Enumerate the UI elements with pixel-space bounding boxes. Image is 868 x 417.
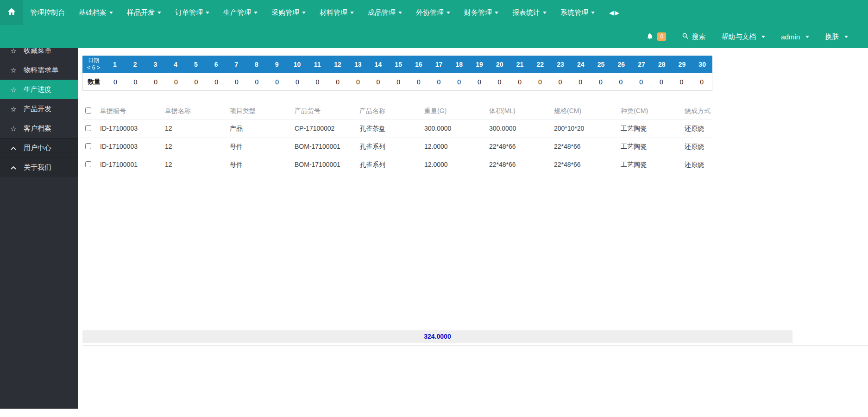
calendar-qty-value: 0	[126, 73, 146, 90]
caret-down-icon	[495, 12, 498, 14]
home-icon	[7, 7, 16, 18]
home-button[interactable]	[0, 0, 23, 25]
column-header: 种类(CM)	[616, 103, 680, 120]
table-empty-area	[82, 174, 793, 330]
calendar-day-header: 25	[591, 56, 611, 73]
main-nav: 管理控制台基础档案样品开发订单管理生产管理采购管理材料管理成品管理外协管理财务管…	[23, 0, 602, 25]
calendar-qty-value: 0	[166, 73, 186, 90]
help-menu[interactable]: 帮助与文档	[713, 25, 773, 48]
calendar-qty-value: 0	[692, 73, 712, 90]
table-row: ID-1710000112母件BOM-17100001孔雀系列12.000022…	[82, 156, 712, 174]
calendar-day-header: 11	[307, 56, 327, 73]
column-header: 单据名称	[160, 103, 225, 120]
calendar-day-header: 18	[449, 56, 469, 73]
nav-item-6[interactable]: 采购管理	[264, 0, 313, 25]
calendar-day-header: 26	[611, 56, 631, 73]
nav-item-2[interactable]: 基础档案	[72, 0, 120, 25]
calendar-qty-value: 0	[429, 73, 449, 90]
nav-item-12[interactable]: 系统管理	[554, 0, 602, 25]
chevron-up-icon	[9, 146, 18, 150]
table-cell: ID-17100003	[95, 120, 160, 138]
skin-menu[interactable]: 换肤	[817, 25, 856, 48]
calendar-day-header: 1	[105, 56, 125, 73]
caret-down-icon	[447, 12, 450, 14]
nav-item-7[interactable]: 材料管理	[313, 0, 361, 25]
nav-item-9[interactable]: 外协管理	[409, 0, 457, 25]
toolbar-row: 0 搜索 帮助与文档 admin 换肤	[0, 25, 868, 48]
caret-down-icon	[254, 12, 258, 14]
nav-item-4[interactable]: 订单管理	[168, 0, 216, 25]
table-cell: 工艺陶瓷	[616, 138, 680, 156]
calendar-next-button[interactable]: >	[97, 64, 100, 72]
select-all-checkbox[interactable]	[85, 107, 91, 114]
row-checkbox[interactable]	[85, 125, 91, 131]
table-cell: 300.0000	[484, 120, 549, 138]
table-cell: 12	[160, 138, 225, 156]
row-checkbox[interactable]	[85, 143, 91, 149]
content-divider	[82, 343, 868, 346]
star-icon: ☆	[9, 86, 18, 93]
sidebar-item-4[interactable]: ☆产品开发	[0, 99, 78, 119]
sidebar-item-label: 用户中心	[24, 144, 51, 152]
table-cell: 12.0000	[420, 156, 484, 174]
column-header: 烧成方式	[680, 103, 712, 120]
calendar-day-header: 20	[490, 56, 510, 73]
calendar-qty-value: 0	[348, 73, 368, 90]
user-menu-label: admin	[781, 33, 800, 41]
sidebar-item-label: 关于我们	[24, 163, 51, 172]
calendar-qty-row: 数量 000000000000000000000000000000	[82, 73, 712, 91]
calendar-qty-value: 0	[105, 73, 126, 90]
nav-item-1[interactable]: 管理控制台	[23, 0, 72, 25]
star-icon: ☆	[9, 106, 18, 113]
notifications-button[interactable]: 0	[638, 25, 674, 48]
caret-down-icon	[805, 36, 809, 38]
nav-item-label: 基础档案	[79, 8, 107, 17]
table-cell: 母件	[225, 138, 290, 156]
sidebar-item-3[interactable]: ☆生产进度	[0, 80, 78, 99]
nav-item-label: 生产管理	[223, 8, 251, 17]
table-cell: CP-17100002	[290, 120, 355, 138]
sidebar-item-5[interactable]: ☆客户档案	[0, 119, 78, 138]
sidebar-item-7[interactable]: 关于我们	[0, 158, 78, 177]
nav-item-label: 管理控制台	[30, 8, 65, 17]
calendar-prev-button[interactable]: <	[87, 64, 90, 72]
calendar-day-header: 6	[206, 56, 226, 73]
nav-collapse-toggle[interactable]: ◀▶	[602, 9, 628, 16]
nav-item-10[interactable]: 财务管理	[457, 0, 505, 25]
sidebar-item-2[interactable]: ☆物料需求单	[0, 60, 78, 80]
calendar-qty-value: 0	[469, 73, 490, 90]
row-checkbox-cell	[82, 156, 95, 174]
nav-item-label: 外协管理	[416, 8, 444, 17]
caret-down-icon	[109, 12, 113, 14]
nav-item-5[interactable]: 生产管理	[216, 0, 264, 25]
table-cell: 22*48*66	[484, 138, 549, 156]
calendar-date-header: 日期 < 6 >	[82, 56, 105, 73]
row-checkbox-cell	[82, 120, 95, 138]
nav-item-11[interactable]: 报表统计	[505, 0, 554, 25]
user-menu[interactable]: admin	[773, 25, 817, 48]
search-button[interactable]: 搜索	[674, 25, 713, 48]
sidebar-item-label: 产品开发	[24, 105, 51, 114]
calendar-day-header: 8	[246, 56, 267, 73]
nav-item-label: 样品开发	[127, 8, 155, 17]
table-cell: 22*48*66	[549, 138, 616, 156]
caret-down-icon	[591, 12, 595, 14]
calendar-day-header: 19	[469, 56, 490, 73]
caret-down-icon	[350, 12, 354, 14]
calendar-qty-value: 0	[287, 73, 308, 90]
notification-badge: 0	[657, 32, 666, 41]
calendar-day-header: 12	[327, 56, 348, 73]
table-total-bar: 324.0000	[82, 330, 793, 343]
nav-item-8[interactable]: 成品管理	[361, 0, 409, 25]
sidebar-item-6[interactable]: 用户中心	[0, 138, 78, 158]
nav-item-label: 成品管理	[368, 8, 396, 17]
table-cell: 工艺陶瓷	[616, 120, 680, 138]
row-checkbox[interactable]	[85, 161, 91, 167]
sidebar-item-label: 物料需求单	[24, 66, 58, 75]
calendar-day-header: 10	[287, 56, 308, 73]
calendar-day-header: 21	[510, 56, 530, 73]
calendar-qty-value: 0	[145, 73, 166, 90]
calendar-qty-value: 0	[651, 73, 672, 90]
column-header: 产品货号	[290, 103, 355, 120]
nav-item-3[interactable]: 样品开发	[120, 0, 168, 25]
